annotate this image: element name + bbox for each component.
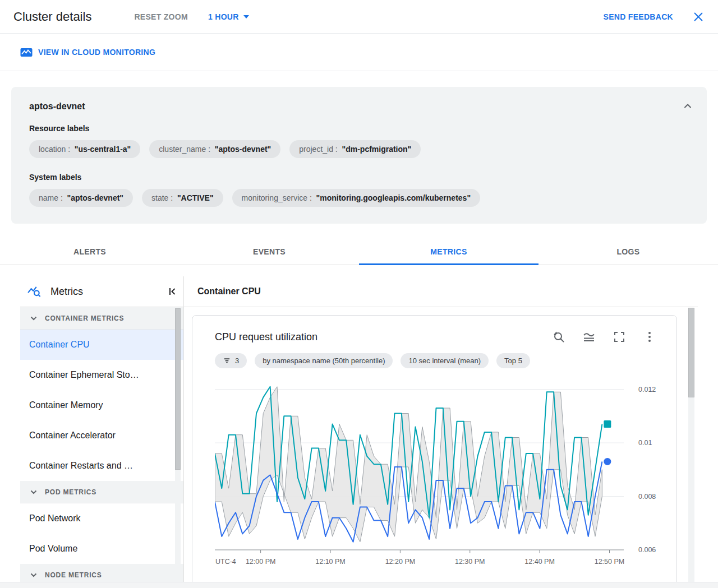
filter-count-label: 3 [235,356,239,365]
x-tick-label: 12:40 PM [524,558,555,566]
tab-events[interactable]: EVENTS [180,238,359,265]
sidebar-item-container-cpu[interactable]: Container CPU [20,330,183,360]
section-label: NODE METRICS [45,571,102,579]
chart-filter-bar: 3 by namespace name (50th percentile) 10… [215,353,656,368]
blue-end-marker [604,458,611,465]
y-tick-label: 0.01 [638,439,652,447]
time-range-dropdown[interactable]: 1 HOUR [208,12,249,21]
groupby-chip[interactable]: by namespace name (50th percentile) [255,353,393,368]
close-icon [692,11,705,23]
label-key: state [151,193,168,202]
send-feedback-button[interactable]: SEND FEEDBACK [604,12,673,21]
label-key: location [39,145,66,154]
section-label: CONTAINER METRICS [45,314,124,322]
sidebar-scrollbar-track[interactable] [175,307,181,586]
interval-chip[interactable]: 10 sec interval (mean) [401,353,489,368]
zoom-reset-icon [552,330,565,344]
view-modes-button[interactable] [582,330,596,344]
label-chip: monitoring_service : "monitoring.googlea… [232,189,480,207]
page-background-strip [0,582,718,588]
chart-card: CPU request utilization [192,315,677,586]
label-chip: project_id : "dm-pcfmigration" [289,140,421,158]
sidebar-item-container-restarts[interactable]: Container Restarts and … [20,451,183,481]
time-range-label: 1 HOUR [208,12,239,21]
panel-scrollbar-thumb[interactable] [688,308,694,397]
filter-count-chip[interactable]: 3 [215,353,247,368]
page-title: Cluster details [13,10,91,24]
sidebar-scrollbar-thumb[interactable] [175,308,181,470]
x-tick-label: 12:00 PM [246,558,276,566]
monitoring-chart-icon [20,48,33,57]
label-value: "dm-pcfmigration" [342,145,412,154]
y-tick-label: 0.012 [638,386,656,393]
more-vert-icon [643,330,656,344]
sidebar-item-container-ephemeral-storage[interactable]: Container Ephemeral Sto… [20,360,183,390]
monitoring-link-row: VIEW IN CLOUD MONITORING [0,34,718,71]
label-key: cluster_name [159,145,206,154]
chevron-up-icon [681,99,694,113]
more-options-button[interactable] [643,330,656,344]
resource-labels-title: Resource labels [29,124,689,133]
area-chart-icon [582,330,596,344]
x-tick-label: 12:50 PM [595,558,625,566]
chevron-down-icon [29,314,38,323]
chevron-down-icon [29,571,38,580]
system-labels-row: name : "aptos-devnet" state : "ACTIVE" m… [29,189,689,207]
chevron-down-icon [243,15,249,18]
dialog-header: Cluster details RESET ZOOM 1 HOUR SEND F… [0,0,718,34]
label-value: "aptos-devnet" [215,145,271,154]
top5-chip[interactable]: Top 5 [496,353,530,368]
sidebar-item-container-memory[interactable]: Container Memory [20,390,183,420]
close-button[interactable] [692,11,705,23]
tab-bar: ALERTS EVENTS METRICS LOGS [0,238,718,265]
panel-scrollbar-track[interactable] [688,308,694,586]
y-tick-label: 0.006 [638,546,656,554]
sidebar-item-container-accelerator[interactable]: Container Accelerator [20,420,183,451]
system-labels-title: System labels [29,173,689,182]
cluster-name: aptos-devnet [29,101,689,112]
chart-title: CPU request utilization [215,331,552,343]
x-tick-label: 12:30 PM [455,558,485,566]
label-key: name [39,193,58,202]
sidebar-item-pod-network[interactable]: Pod Network [20,503,183,534]
metrics-main-panel: Container CPU CPU request utilization [184,276,698,586]
y-tick-label: 0.008 [638,493,656,501]
label-chip: state : "ACTIVE" [142,189,223,207]
fullscreen-icon [613,330,626,344]
x-tick-label: 12:20 PM [385,558,416,566]
cluster-summary-card: aptos-devnet Resource labels location : … [11,87,707,224]
label-chip: cluster_name : "aptos-devnet" [149,140,280,158]
metrics-sidebar: Metrics CONTAINER METRICS Container CPU … [20,276,184,586]
zoom-reset-button[interactable] [552,330,565,344]
section-label: POD METRICS [45,488,96,496]
reset-zoom-button[interactable]: RESET ZOOM [134,12,188,21]
label-value: "aptos-devnet" [67,193,123,202]
label-value: "monitoring.googleapis.com/kubernetes" [316,193,471,202]
label-chip: name : "aptos-devnet" [29,189,133,207]
metrics-chart-icon [27,284,42,299]
view-in-cloud-monitoring-link[interactable]: VIEW IN CLOUD MONITORING [20,48,155,57]
label-value: "us-central1-a" [75,145,131,154]
section-pod-metrics[interactable]: POD METRICS [20,481,183,503]
chevron-down-icon [29,488,38,497]
chart-area: 0.0120.010.0080.00612:00 PM12:10 PM12:20… [215,376,656,572]
section-container-metrics[interactable]: CONTAINER METRICS [20,307,183,330]
sidebar-title: Metrics [50,286,158,298]
label-key: monitoring_service [242,193,308,202]
sidebar-item-pod-volume[interactable]: Pod Volume [20,534,183,564]
collapse-card-button[interactable] [681,99,694,113]
label-value: "ACTIVE" [177,193,214,202]
label-key: project_id [299,145,333,154]
x-tick-label: 12:10 PM [315,558,346,566]
sidebar-list: CONTAINER METRICS Container CPU Containe… [20,307,183,586]
sidebar-header: Metrics [20,276,183,307]
tab-metrics[interactable]: METRICS [359,238,538,265]
tab-logs[interactable]: LOGS [538,238,718,265]
resource-labels-row: location : "us-central1-a" cluster_name … [29,140,689,158]
cpu-utilization-chart[interactable]: 0.0120.010.0080.00612:00 PM12:10 PM12:20… [215,376,657,570]
teal-end-marker [604,420,611,428]
fullscreen-button[interactable] [613,330,626,344]
tab-alerts[interactable]: ALERTS [0,238,180,265]
filter-icon [223,356,231,365]
collapse-sidebar-button[interactable] [167,286,178,297]
